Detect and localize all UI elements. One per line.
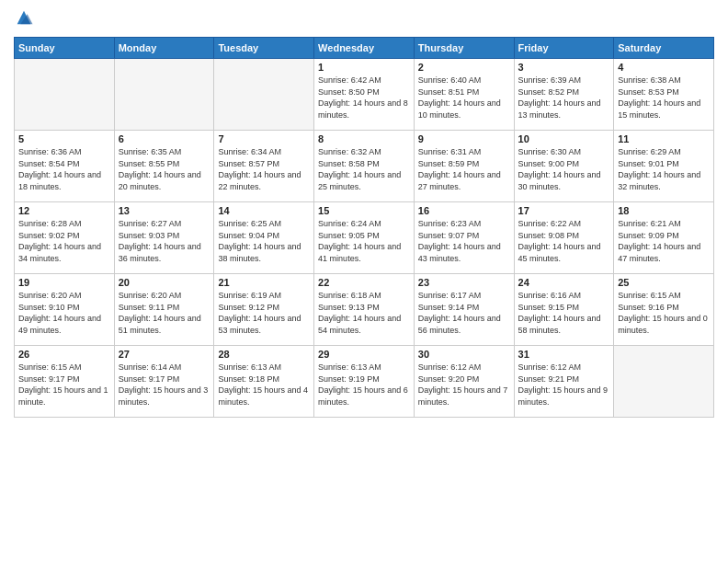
- calendar-cell: 29Sunrise: 6:13 AMSunset: 9:19 PMDayligh…: [314, 346, 415, 418]
- week-row-2: 12Sunrise: 6:28 AMSunset: 9:02 PMDayligh…: [15, 202, 714, 274]
- day-number: 20: [119, 277, 210, 288]
- day-number: 30: [418, 349, 510, 360]
- week-row-0: 1Sunrise: 6:42 AMSunset: 8:50 PMDaylight…: [15, 59, 714, 131]
- day-info: Sunrise: 6:35 AMSunset: 8:55 PMDaylight:…: [119, 146, 210, 192]
- calendar-cell: 21Sunrise: 6:19 AMSunset: 9:12 PMDayligh…: [214, 274, 314, 346]
- calendar-cell: 31Sunrise: 6:12 AMSunset: 9:21 PMDayligh…: [514, 346, 614, 418]
- day-info: Sunrise: 6:23 AMSunset: 9:07 PMDaylight:…: [418, 218, 510, 264]
- calendar-cell: 13Sunrise: 6:27 AMSunset: 9:03 PMDayligh…: [114, 202, 214, 274]
- header-day-wednesday: Wednesday: [314, 38, 415, 59]
- calendar-cell: 20Sunrise: 6:20 AMSunset: 9:11 PMDayligh…: [114, 274, 214, 346]
- day-info: Sunrise: 6:18 AMSunset: 9:13 PMDaylight:…: [318, 290, 410, 336]
- week-row-3: 19Sunrise: 6:20 AMSunset: 9:10 PMDayligh…: [15, 274, 714, 346]
- day-info: Sunrise: 6:22 AMSunset: 9:08 PMDaylight:…: [518, 218, 610, 264]
- day-info: Sunrise: 6:36 AMSunset: 8:54 PMDaylight:…: [18, 146, 110, 192]
- day-number: 14: [218, 205, 310, 216]
- header-row: SundayMondayTuesdayWednesdayThursdayFrid…: [15, 38, 714, 59]
- day-number: 18: [618, 205, 710, 216]
- calendar-cell: 11Sunrise: 6:29 AMSunset: 9:01 PMDayligh…: [614, 131, 714, 202]
- calendar-cell: 4Sunrise: 6:38 AMSunset: 8:53 PMDaylight…: [614, 59, 714, 131]
- day-number: 15: [318, 205, 410, 216]
- day-number: 5: [18, 133, 110, 144]
- day-info: Sunrise: 6:42 AMSunset: 8:50 PMDaylight:…: [318, 75, 410, 121]
- header: [14, 9, 714, 29]
- day-info: Sunrise: 6:24 AMSunset: 9:05 PMDaylight:…: [318, 218, 410, 264]
- day-info: Sunrise: 6:40 AMSunset: 8:51 PMDaylight:…: [418, 75, 510, 121]
- calendar-cell: 22Sunrise: 6:18 AMSunset: 9:13 PMDayligh…: [314, 274, 415, 346]
- calendar-cell: 1Sunrise: 6:42 AMSunset: 8:50 PMDaylight…: [314, 59, 415, 131]
- header-day-saturday: Saturday: [614, 38, 714, 59]
- day-number: 2: [418, 62, 510, 73]
- day-info: Sunrise: 6:28 AMSunset: 9:02 PMDaylight:…: [18, 218, 110, 264]
- day-number: 16: [418, 205, 510, 216]
- day-info: Sunrise: 6:29 AMSunset: 9:01 PMDaylight:…: [618, 146, 710, 192]
- calendar-cell: 19Sunrise: 6:20 AMSunset: 9:10 PMDayligh…: [15, 274, 115, 346]
- day-number: 12: [18, 205, 110, 216]
- day-number: 11: [618, 133, 710, 144]
- header-day-monday: Monday: [114, 38, 214, 59]
- day-number: 13: [119, 205, 210, 216]
- day-info: Sunrise: 6:20 AMSunset: 9:10 PMDaylight:…: [18, 290, 110, 336]
- day-info: Sunrise: 6:32 AMSunset: 8:58 PMDaylight:…: [318, 146, 410, 192]
- calendar-cell: 25Sunrise: 6:15 AMSunset: 9:16 PMDayligh…: [614, 274, 714, 346]
- calendar-cell: [214, 59, 314, 131]
- header-day-sunday: Sunday: [15, 38, 115, 59]
- calendar-cell: 8Sunrise: 6:32 AMSunset: 8:58 PMDaylight…: [314, 131, 415, 202]
- day-number: 29: [318, 349, 410, 360]
- day-number: 1: [318, 62, 410, 73]
- day-info: Sunrise: 6:15 AMSunset: 9:17 PMDaylight:…: [18, 362, 110, 408]
- day-number: 22: [318, 277, 410, 288]
- calendar-cell: 17Sunrise: 6:22 AMSunset: 9:08 PMDayligh…: [514, 202, 614, 274]
- day-info: Sunrise: 6:14 AMSunset: 9:17 PMDaylight:…: [119, 362, 210, 408]
- day-info: Sunrise: 6:12 AMSunset: 9:21 PMDaylight:…: [518, 362, 610, 408]
- day-number: 10: [518, 133, 610, 144]
- day-number: 27: [119, 349, 210, 360]
- calendar-cell: 27Sunrise: 6:14 AMSunset: 9:17 PMDayligh…: [114, 346, 214, 418]
- day-info: Sunrise: 6:38 AMSunset: 8:53 PMDaylight:…: [618, 75, 710, 121]
- calendar-cell: 5Sunrise: 6:36 AMSunset: 8:54 PMDaylight…: [15, 131, 115, 202]
- header-day-tuesday: Tuesday: [214, 38, 314, 59]
- day-info: Sunrise: 6:13 AMSunset: 9:19 PMDaylight:…: [318, 362, 410, 408]
- calendar-cell: 9Sunrise: 6:31 AMSunset: 8:59 PMDaylight…: [414, 131, 514, 202]
- day-number: 8: [318, 133, 410, 144]
- day-info: Sunrise: 6:27 AMSunset: 9:03 PMDaylight:…: [119, 218, 210, 264]
- logo-icon: [14, 7, 34, 28]
- header-day-friday: Friday: [514, 38, 614, 59]
- calendar-table: SundayMondayTuesdayWednesdayThursdayFrid…: [14, 37, 714, 418]
- week-row-1: 5Sunrise: 6:36 AMSunset: 8:54 PMDaylight…: [15, 131, 714, 202]
- logo: [14, 9, 36, 29]
- day-number: 21: [218, 277, 310, 288]
- day-number: 3: [518, 62, 610, 73]
- calendar-cell: 16Sunrise: 6:23 AMSunset: 9:07 PMDayligh…: [414, 202, 514, 274]
- calendar-cell: [114, 59, 214, 131]
- day-info: Sunrise: 6:12 AMSunset: 9:20 PMDaylight:…: [418, 362, 510, 408]
- day-info: Sunrise: 6:30 AMSunset: 9:00 PMDaylight:…: [518, 146, 610, 192]
- day-info: Sunrise: 6:19 AMSunset: 9:12 PMDaylight:…: [218, 290, 310, 336]
- calendar-cell: 28Sunrise: 6:13 AMSunset: 9:18 PMDayligh…: [214, 346, 314, 418]
- day-number: 25: [618, 277, 710, 288]
- page: SundayMondayTuesdayWednesdayThursdayFrid…: [0, 0, 728, 563]
- day-number: 19: [18, 277, 110, 288]
- header-day-thursday: Thursday: [414, 38, 514, 59]
- day-info: Sunrise: 6:20 AMSunset: 9:11 PMDaylight:…: [119, 290, 210, 336]
- day-info: Sunrise: 6:25 AMSunset: 9:04 PMDaylight:…: [218, 218, 310, 264]
- day-info: Sunrise: 6:13 AMSunset: 9:18 PMDaylight:…: [218, 362, 310, 408]
- day-number: 4: [618, 62, 710, 73]
- calendar-cell: 24Sunrise: 6:16 AMSunset: 9:15 PMDayligh…: [514, 274, 614, 346]
- calendar-cell: [15, 59, 115, 131]
- calendar-cell: 6Sunrise: 6:35 AMSunset: 8:55 PMDaylight…: [114, 131, 214, 202]
- day-number: 28: [218, 349, 310, 360]
- calendar-cell: 23Sunrise: 6:17 AMSunset: 9:14 PMDayligh…: [414, 274, 514, 346]
- calendar-cell: 15Sunrise: 6:24 AMSunset: 9:05 PMDayligh…: [314, 202, 415, 274]
- calendar-cell: 3Sunrise: 6:39 AMSunset: 8:52 PMDaylight…: [514, 59, 614, 131]
- day-number: 7: [218, 133, 310, 144]
- calendar-cell: [614, 346, 714, 418]
- calendar-cell: 30Sunrise: 6:12 AMSunset: 9:20 PMDayligh…: [414, 346, 514, 418]
- day-info: Sunrise: 6:34 AMSunset: 8:57 PMDaylight:…: [218, 146, 310, 192]
- day-number: 24: [518, 277, 610, 288]
- calendar-cell: 26Sunrise: 6:15 AMSunset: 9:17 PMDayligh…: [15, 346, 115, 418]
- day-info: Sunrise: 6:31 AMSunset: 8:59 PMDaylight:…: [418, 146, 510, 192]
- calendar-cell: 12Sunrise: 6:28 AMSunset: 9:02 PMDayligh…: [15, 202, 115, 274]
- day-info: Sunrise: 6:21 AMSunset: 9:09 PMDaylight:…: [618, 218, 710, 264]
- week-row-4: 26Sunrise: 6:15 AMSunset: 9:17 PMDayligh…: [15, 346, 714, 418]
